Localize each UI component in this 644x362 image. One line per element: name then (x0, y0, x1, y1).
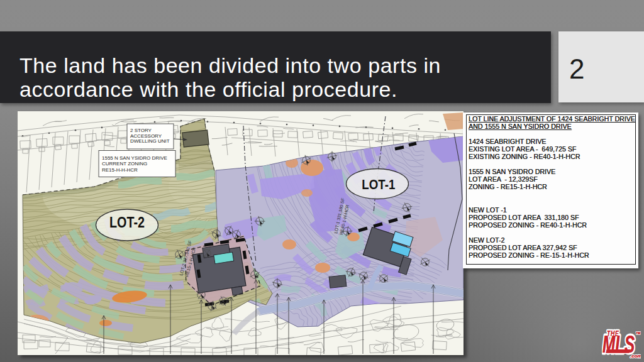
svg-text:ACCESSORY: ACCESSORY (130, 133, 162, 139)
svg-text:LOT-2: LOT-2 (109, 214, 145, 231)
svg-text:2 STORY: 2 STORY (130, 128, 152, 133)
svg-text:TM: TM (636, 331, 641, 335)
svg-text:1555 N SAN YSIDRO DRIVE: 1555 N SAN YSIDRO DRIVE (102, 155, 167, 161)
svg-text:RE15-H-H-HCR: RE15-H-H-HCR (102, 167, 138, 173)
svg-text:CURRENT ZONING: CURRENT ZONING (102, 161, 147, 167)
svg-text:LOT-1: LOT-1 (362, 177, 395, 192)
svg-text:.com: .com (630, 353, 641, 359)
svg-text:DWELLING UNIT: DWELLING UNIT (130, 138, 170, 144)
